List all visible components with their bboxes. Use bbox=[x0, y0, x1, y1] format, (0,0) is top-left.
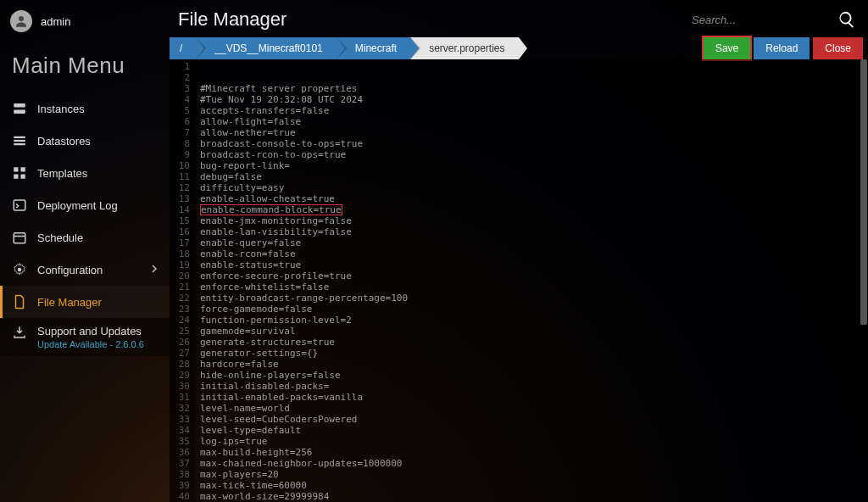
editor-line[interactable]: max-chained-neighbor-updates=1000000 bbox=[200, 458, 863, 469]
scrollbar-vertical[interactable] bbox=[860, 59, 868, 502]
log-icon bbox=[12, 198, 27, 213]
breadcrumbs: /__VDS__Minecraft0101Minecraftserver.pro… bbox=[170, 37, 697, 59]
update-available-label: Update Available - 2.6.0.6 bbox=[37, 339, 144, 349]
sidebar-item-support-and-updates[interactable]: Support and UpdatesUpdate Available - 2.… bbox=[0, 318, 170, 356]
svg-rect-8 bbox=[14, 175, 18, 179]
svg-rect-6 bbox=[14, 167, 18, 171]
editor-line[interactable]: initial-enabled-packs=vanilla bbox=[200, 392, 863, 403]
breadcrumb-item[interactable]: / bbox=[170, 37, 196, 59]
calendar-icon bbox=[12, 230, 27, 245]
editor-line[interactable]: broadcast-console-to-ops=true bbox=[200, 138, 863, 149]
save-button[interactable]: Save bbox=[704, 37, 750, 59]
scrollbar-thumb[interactable] bbox=[860, 59, 867, 325]
editor-line[interactable]: max-build-height=256 bbox=[200, 447, 863, 458]
sidebar-item-label: File Manager bbox=[37, 296, 102, 309]
storage-icon bbox=[12, 133, 27, 148]
search-input[interactable] bbox=[692, 14, 827, 26]
sidebar-item-schedule[interactable]: Schedule bbox=[0, 221, 170, 254]
editor-line[interactable]: bug-report-link= bbox=[200, 160, 863, 171]
sidebar-item-label: Templates bbox=[37, 167, 87, 180]
sidebar-item-label: Support and Updates bbox=[37, 325, 144, 337]
editor-line[interactable]: #Tue Nov 19 20:32:08 UTC 2024 bbox=[200, 94, 863, 105]
sidebar: admin Main Menu InstancesDatastoresTempl… bbox=[0, 0, 170, 502]
editor-line[interactable]: #Minecraft server properties bbox=[200, 83, 863, 94]
svg-rect-7 bbox=[21, 167, 25, 171]
sidebar-item-label: Datastores bbox=[37, 135, 91, 148]
editor-line[interactable]: difficulty=easy bbox=[200, 182, 863, 193]
editor-line[interactable]: hide-online-players=false bbox=[200, 370, 863, 381]
server-icon bbox=[12, 101, 27, 116]
download-icon bbox=[12, 325, 27, 340]
breadcrumb-row: /__VDS__Minecraft0101Minecraftserver.pro… bbox=[170, 37, 863, 59]
editor-line[interactable]: enable-rcon=false bbox=[200, 248, 863, 259]
page-title: File Manager bbox=[178, 8, 287, 31]
editor-line[interactable]: allow-flight=false bbox=[200, 116, 863, 127]
sidebar-item-configuration[interactable]: Configuration bbox=[0, 254, 170, 286]
editor-line[interactable]: level-seed=CubeCodersPowered bbox=[200, 414, 863, 425]
search-icon[interactable] bbox=[837, 10, 856, 29]
sidebar-item-templates[interactable]: Templates bbox=[0, 157, 170, 189]
editor-line[interactable]: hardcore=false bbox=[200, 359, 863, 370]
editor-line[interactable]: allow-nether=true bbox=[200, 127, 863, 138]
editor-line[interactable]: level-name=world bbox=[200, 403, 863, 414]
editor-line[interactable]: debug=false bbox=[200, 171, 863, 182]
editor-line[interactable]: max-world-size=29999984 bbox=[200, 491, 863, 502]
file-icon bbox=[12, 294, 27, 310]
editor-content[interactable]: #Minecraft server properties#Tue Nov 19 … bbox=[195, 59, 868, 502]
editor-line[interactable]: gamemode=survival bbox=[200, 326, 863, 337]
sidebar-item-label: Configuration bbox=[37, 264, 103, 276]
editor-gutter: 1234567891011121314151617181920212223242… bbox=[170, 59, 195, 502]
editor-line[interactable]: broadcast-rcon-to-ops=true bbox=[200, 149, 863, 160]
sidebar-item-datastores[interactable]: Datastores bbox=[0, 125, 170, 157]
user-row[interactable]: admin bbox=[0, 5, 170, 37]
reload-button[interactable]: Reload bbox=[754, 37, 810, 59]
editor-line[interactable]: entity-broadcast-range-percentage=100 bbox=[200, 293, 863, 304]
topbar: File Manager bbox=[170, 0, 868, 36]
sidebar-item-deployment-log[interactable]: Deployment Log bbox=[0, 189, 170, 221]
editor-line[interactable]: accepts-transfers=false bbox=[200, 105, 863, 116]
editor-line[interactable]: max-players=20 bbox=[200, 469, 863, 480]
chevron-right-icon bbox=[147, 262, 161, 278]
svg-point-13 bbox=[18, 268, 22, 272]
editor-line[interactable]: log-ips=true bbox=[200, 436, 863, 447]
sidebar-item-file-manager[interactable]: File Manager bbox=[0, 286, 170, 318]
code-editor[interactable]: 1234567891011121314151617181920212223242… bbox=[170, 59, 868, 502]
gear-icon bbox=[12, 262, 27, 277]
editor-line[interactable]: max-tick-time=60000 bbox=[200, 480, 863, 491]
username: admin bbox=[41, 15, 70, 28]
breadcrumb-item[interactable]: Minecraft bbox=[337, 37, 410, 59]
main-menu-title: Main Menu bbox=[0, 37, 170, 91]
editor-line[interactable]: function-permission-level=2 bbox=[200, 315, 863, 326]
breadcrumb-item[interactable]: server.properties bbox=[410, 37, 518, 59]
editor-line[interactable]: enable-command-block=true bbox=[200, 204, 863, 215]
editor-line[interactable]: enable-jmx-monitoring=false bbox=[200, 215, 863, 226]
editor-line[interactable]: level-type=default bbox=[200, 425, 863, 436]
close-button[interactable]: Close bbox=[813, 37, 863, 59]
svg-rect-2 bbox=[14, 110, 25, 114]
editor-line[interactable]: generate-structures=true bbox=[200, 337, 863, 348]
svg-rect-5 bbox=[14, 143, 25, 145]
editor-line[interactable]: enable-lan-visibility=false bbox=[200, 226, 863, 237]
editor-line[interactable]: enable-query=false bbox=[200, 237, 863, 248]
svg-rect-1 bbox=[14, 103, 25, 108]
sidebar-item-label: Schedule bbox=[37, 231, 83, 244]
svg-rect-11 bbox=[14, 233, 25, 243]
editor-line[interactable]: force-gamemode=false bbox=[200, 304, 863, 315]
editor-line[interactable]: enable-status=true bbox=[200, 259, 863, 271]
editor-line[interactable]: initial-disabled-packs= bbox=[200, 381, 863, 392]
sidebar-item-label: Instances bbox=[37, 103, 85, 115]
svg-rect-10 bbox=[14, 200, 25, 210]
grid-icon bbox=[12, 165, 27, 181]
main-area: File Manager /__VDS__Minecraft0101Minecr… bbox=[170, 0, 868, 502]
svg-rect-9 bbox=[21, 175, 25, 179]
breadcrumb-item[interactable]: __VDS__Minecraft0101 bbox=[196, 37, 336, 59]
avatar bbox=[10, 10, 32, 32]
sidebar-item-label: Deployment Log bbox=[37, 199, 118, 212]
sidebar-item-instances[interactable]: Instances bbox=[0, 92, 170, 125]
menu-list: InstancesDatastoresTemplatesDeployment L… bbox=[0, 92, 170, 356]
editor-line[interactable]: enable-allow-cheats=true bbox=[200, 193, 863, 204]
editor-line[interactable]: enforce-secure-profile=true bbox=[200, 271, 863, 282]
svg-point-0 bbox=[19, 16, 24, 21]
editor-line[interactable]: enforce-whitelist=false bbox=[200, 282, 863, 293]
editor-line[interactable]: generator-settings={} bbox=[200, 348, 863, 359]
